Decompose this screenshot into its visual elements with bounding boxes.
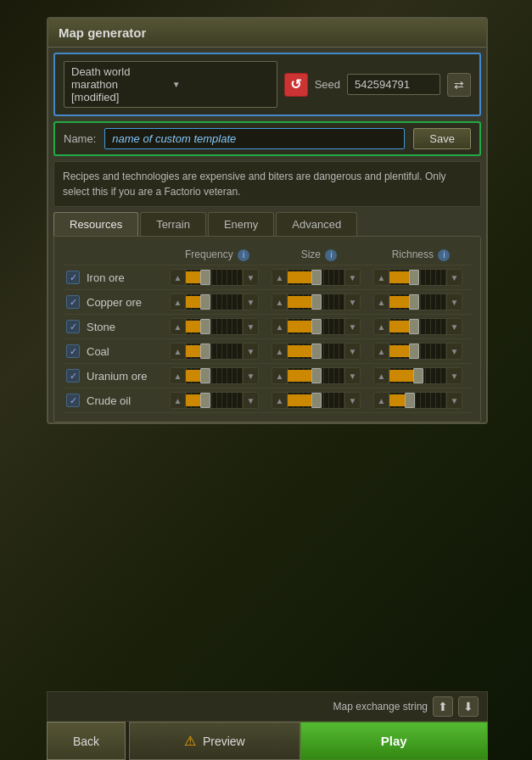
slider-right-icon: ▼ <box>344 368 360 383</box>
slider-right-icon: ▼ <box>243 368 258 383</box>
resource-name: Iron ore <box>87 271 125 284</box>
slider-widget[interactable]: ▲▼ <box>170 392 259 409</box>
slider-widget[interactable]: ▲▼ <box>170 293 259 310</box>
slider-track <box>288 368 344 383</box>
slider-handle[interactable] <box>405 393 415 408</box>
slider-widget[interactable]: ▲▼ <box>272 293 361 310</box>
seed-label: Seed <box>315 78 340 91</box>
random-seed-button[interactable]: ⇄ <box>447 73 471 97</box>
slider-handle[interactable] <box>409 344 419 359</box>
tab-terrain[interactable]: Terrain <box>140 212 206 236</box>
action-row: Back ⚠ Preview Play <box>47 722 488 760</box>
tab-resources[interactable]: Resources <box>53 212 138 236</box>
slider-handle[interactable] <box>200 319 210 334</box>
slider-right-icon: ▼ <box>446 270 462 285</box>
preset-label: Death world marathon [modified] <box>71 65 169 103</box>
resource-checkbox[interactable] <box>66 295 80 309</box>
slider-handle[interactable] <box>409 270 419 285</box>
slider-widget[interactable]: ▲▼ <box>373 269 462 286</box>
slider-widget[interactable]: ▲▼ <box>373 343 462 360</box>
resource-checkbox[interactable] <box>66 320 80 333</box>
table-row: Crude oil▲▼▲▼▲▼ <box>63 388 472 413</box>
resource-name: Copper ore <box>87 296 142 309</box>
main-panel: Map generator Death world marathon [modi… <box>47 17 488 424</box>
slider-handle[interactable] <box>200 393 210 408</box>
slider-track <box>186 319 243 334</box>
slider-handle[interactable] <box>409 294 419 310</box>
slider-handle[interactable] <box>200 368 210 383</box>
slider-right-icon: ▼ <box>344 319 360 334</box>
slider-widget[interactable]: ▲▼ <box>373 392 462 409</box>
slider-left-icon: ▲ <box>171 294 186 310</box>
slider-track <box>288 344 344 359</box>
resource-name: Coal <box>87 345 109 358</box>
frequency-info-icon[interactable]: i <box>238 249 249 261</box>
slider-handle[interactable] <box>409 319 419 334</box>
resource-checkbox[interactable] <box>66 394 80 407</box>
description-text: Recipes and technologies are expensive a… <box>63 170 446 198</box>
slider-right-icon: ▼ <box>344 294 360 310</box>
slider-widget[interactable]: ▲▼ <box>373 293 462 310</box>
slider-handle[interactable] <box>413 368 423 383</box>
slider-widget[interactable]: ▲▼ <box>170 343 259 360</box>
slider-left-icon: ▲ <box>374 393 389 408</box>
slider-left-icon: ▲ <box>374 319 389 334</box>
tabs-row: Resources Terrain Enemy Advanced <box>48 212 486 236</box>
table-row: Coal▲▼▲▼▲▼ <box>63 339 472 364</box>
resource-name: Crude oil <box>87 394 131 407</box>
slider-handle[interactable] <box>311 393 322 408</box>
slider-left-icon: ▲ <box>272 393 288 408</box>
preview-button[interactable]: ⚠ Preview <box>129 722 300 760</box>
preset-row: Death world marathon [modified] ▼ ↺ Seed… <box>53 53 481 116</box>
slider-widget[interactable]: ▲▼ <box>272 343 361 360</box>
slider-handle[interactable] <box>311 344 322 359</box>
slider-widget[interactable]: ▲▼ <box>373 318 462 335</box>
save-button[interactable]: Save <box>413 128 471 149</box>
slider-right-icon: ▼ <box>446 294 462 310</box>
slider-left-icon: ▲ <box>374 270 389 285</box>
tab-enemy[interactable]: Enemy <box>208 212 274 236</box>
play-button[interactable]: Play <box>300 722 488 760</box>
slider-left-icon: ▲ <box>272 344 288 359</box>
slider-widget[interactable]: ▲▼ <box>272 318 361 335</box>
preset-dropdown[interactable]: Death world marathon [modified] ▼ <box>64 61 277 108</box>
slider-handle[interactable] <box>311 319 322 334</box>
slider-widget[interactable]: ▲▼ <box>272 367 361 384</box>
table-row: Uranium ore▲▼▲▼▲▼ <box>63 364 472 388</box>
slider-widget[interactable]: ▲▼ <box>170 269 259 286</box>
resource-checkbox[interactable] <box>66 344 80 358</box>
import-exchange-button[interactable]: ⬆ <box>433 696 453 717</box>
slider-handle[interactable] <box>311 294 322 310</box>
slider-handle[interactable] <box>311 270 322 285</box>
slider-right-icon: ▼ <box>446 368 462 383</box>
tab-advanced[interactable]: Advanced <box>276 212 357 236</box>
slider-left-icon: ▲ <box>272 368 288 383</box>
template-name-input[interactable] <box>104 128 405 149</box>
slider-handle[interactable] <box>200 344 210 359</box>
slider-widget[interactable]: ▲▼ <box>272 269 361 286</box>
export-exchange-button[interactable]: ⬇ <box>458 696 479 717</box>
slider-track <box>186 368 243 383</box>
slider-widget[interactable]: ▲▼ <box>373 367 462 384</box>
slider-right-icon: ▼ <box>446 344 462 359</box>
slider-widget[interactable]: ▲▼ <box>170 318 259 335</box>
chevron-down-icon: ▼ <box>172 80 270 89</box>
resource-checkbox[interactable] <box>66 271 80 284</box>
slider-left-icon: ▲ <box>171 368 186 383</box>
slider-widget[interactable]: ▲▼ <box>170 367 259 384</box>
slider-handle[interactable] <box>200 270 210 285</box>
size-info-icon[interactable]: i <box>325 249 337 261</box>
slider-handle[interactable] <box>311 368 322 383</box>
slider-right-icon: ▼ <box>243 270 258 285</box>
richness-info-icon[interactable]: i <box>438 249 450 261</box>
slider-track <box>186 344 243 359</box>
slider-left-icon: ▲ <box>171 319 186 334</box>
seed-input[interactable] <box>347 74 440 95</box>
back-button[interactable]: Back <box>47 722 126 760</box>
name-label: Name: <box>64 132 96 145</box>
slider-widget[interactable]: ▲▼ <box>272 392 361 409</box>
slider-handle[interactable] <box>200 294 210 310</box>
name-row: Name: Save <box>53 121 481 156</box>
reset-button[interactable]: ↺ <box>284 73 308 97</box>
resource-checkbox[interactable] <box>66 369 80 383</box>
